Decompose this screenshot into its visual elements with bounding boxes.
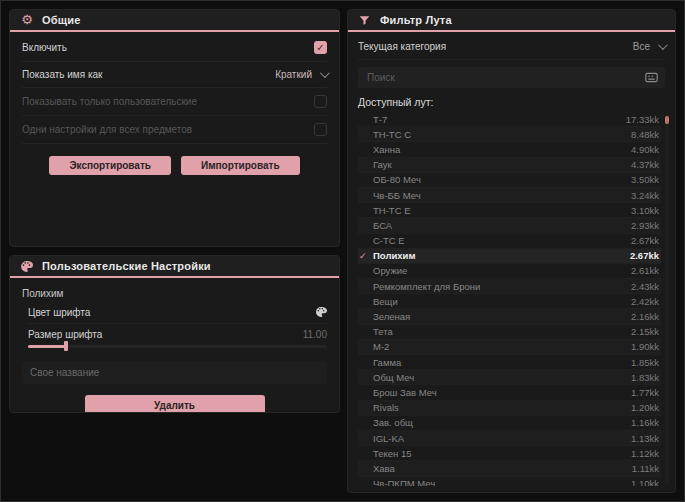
loot-row[interactable]: ✓ Брош Зав Меч 1.77kk <box>358 385 661 400</box>
loot-item-name: Вещи <box>371 296 631 307</box>
category-dropdown[interactable]: Все <box>633 41 665 52</box>
loot-row[interactable]: ✓ БСА 2.93kk <box>358 218 661 233</box>
loot-item-value: 1.10kk <box>631 478 661 486</box>
loot-item-value: 3.24kk <box>631 190 661 201</box>
loot-item-name: С-ТС Е <box>371 235 631 246</box>
search-options-icon[interactable] <box>645 72 658 83</box>
slider-thumb[interactable] <box>64 341 68 351</box>
chevron-down-icon <box>658 40 668 50</box>
enable-checkbox[interactable]: ✓ <box>314 41 327 54</box>
loot-row[interactable]: ✓ Ремкомплект для Брони 2.43kk <box>358 279 661 294</box>
loot-item-value: 2.43kk <box>631 281 661 292</box>
export-button[interactable]: Экспортировать <box>49 156 171 175</box>
loot-row[interactable]: ✓ Полихим 2.67kk <box>358 249 661 264</box>
loot-item-name: Зеленая <box>371 311 631 322</box>
search-input[interactable] <box>365 71 645 84</box>
loot-row[interactable]: ✓ Оружие 2.61kk <box>358 264 661 279</box>
loot-row[interactable]: ✓ Зав. общ 1.16kk <box>358 416 661 431</box>
loot-item-value: 1.90kk <box>631 341 661 352</box>
same-settings-checkbox[interactable] <box>314 123 327 136</box>
loot-item-name: М-2 <box>371 341 631 352</box>
only-custom-checkbox[interactable] <box>314 95 327 108</box>
custom-settings-panel: Пользовательские Настройки Полихим Цвет … <box>9 255 340 413</box>
import-button[interactable]: Импортировать <box>181 156 300 175</box>
font-color-row: Цвет шрифта <box>28 301 327 324</box>
loot-item-name: ТН-ТС С <box>371 129 631 140</box>
right-column: Фильтр Лута Текущая категория Все <box>347 9 676 493</box>
loot-row[interactable]: ✓ Ханна 4.90kk <box>358 142 661 157</box>
show-name-dropdown[interactable]: Краткий <box>275 69 327 80</box>
loot-item-name: Общ Меч <box>371 372 631 383</box>
loot-item-name: Гаук <box>371 159 631 170</box>
loot-item-value: 2.16kk <box>631 311 661 322</box>
loot-item-name: ТН-ТС Е <box>371 205 631 216</box>
slider-track <box>28 345 327 348</box>
loot-row[interactable]: ✓ ТН-ТС С 8.48kk <box>358 127 661 142</box>
only-custom-label: Показывать только пользовательские <box>22 96 197 107</box>
export-import-buttons: Экспортировать Импортировать <box>22 156 327 175</box>
loot-item-name: Текен 15 <box>371 448 631 459</box>
loot-row[interactable]: ✓ Зеленая 2.16kk <box>358 309 661 324</box>
custom-name-input[interactable] <box>22 361 327 384</box>
loot-row[interactable]: ✓ Общ Меч 1.83kk <box>358 370 661 385</box>
loot-item-value: 1.85kk <box>631 357 661 368</box>
font-size-label: Размер шрифта <box>28 329 102 340</box>
delete-button-wrap: Удалить <box>22 395 327 413</box>
loot-item-name: ОБ-80 Меч <box>371 174 631 185</box>
loot-item-value: 4.37kk <box>631 159 661 170</box>
loot-row[interactable]: ✓ ОБ-80 Меч 3.50kk <box>358 173 661 188</box>
color-picker-icon[interactable] <box>315 306 327 318</box>
loot-item-name: Ремкомплект для Брони <box>371 281 631 292</box>
loot-item-name: Rivals <box>371 402 631 413</box>
loot-item-value: 1.11kk <box>632 463 661 474</box>
loot-item-name: Гамма <box>371 357 631 368</box>
same-settings-row: Одни настройки для всех предметов <box>22 116 327 144</box>
loot-row[interactable]: ✓ IGL-KA 1.13kk <box>358 431 661 446</box>
loot-row[interactable]: ✓ Rivals 1.20kk <box>358 401 661 416</box>
loot-item-value: 8.48kk <box>631 129 661 140</box>
mod-config-screen: ⚙ Общие Включить ✓ Показать имя как Крат… <box>0 0 685 502</box>
available-loot-title: Доступный лут: <box>358 90 665 112</box>
loot-filter-title: Фильтр Лута <box>380 14 452 26</box>
loot-row[interactable]: ✓ ТН-ТС Е 3.10kk <box>358 203 661 218</box>
enable-row: Включить ✓ <box>22 34 327 62</box>
left-column: ⚙ Общие Включить ✓ Показать имя как Крат… <box>9 9 340 493</box>
general-panel-header: ⚙ Общие <box>10 10 339 32</box>
custom-settings-rows: Цвет шрифта Размер шрифта 11.00 <box>22 301 327 355</box>
loot-row[interactable]: ✓ Чв-ББ Меч 3.24kk <box>358 188 661 203</box>
loot-row[interactable]: ✓ Тета 2.15kk <box>358 325 661 340</box>
loot-item-name: Полихим <box>371 250 630 261</box>
loot-filter-header: Фильтр Лута <box>348 10 675 32</box>
delete-button[interactable]: Удалить <box>85 395 265 413</box>
loot-row[interactable]: ✓ Вещи 2.42kk <box>358 294 661 309</box>
loot-item-value: 3.10kk <box>631 205 661 216</box>
show-name-label: Показать имя как <box>22 69 102 80</box>
loot-item-value: 2.61kk <box>631 265 661 276</box>
loot-row[interactable]: ✓ Т-7 17.33kk <box>358 112 661 127</box>
loot-row[interactable]: ✓ Хава 1.11kk <box>358 461 661 476</box>
loot-item-value: 4.90kk <box>631 144 661 155</box>
loot-row[interactable]: ✓ Гаук 4.37kk <box>358 158 661 173</box>
loot-item-value: 2.15kk <box>631 326 661 337</box>
loot-item-name: Чв-ББ Меч <box>371 190 631 201</box>
same-settings-label: Одни настройки для всех предметов <box>22 124 192 135</box>
loot-item-value: 1.77kk <box>631 387 661 398</box>
loot-row[interactable]: ✓ М-2 1.90kk <box>358 340 661 355</box>
category-label: Текущая категория <box>358 41 446 52</box>
loot-item-name: Чв-ПКПМ Меч <box>371 478 631 486</box>
scrollbar-thumb[interactable] <box>665 116 669 124</box>
loot-item-value: 2.67kk <box>631 235 661 246</box>
loot-item-name: Оружие <box>371 265 631 276</box>
loot-item-name: Зав. общ <box>371 417 631 428</box>
selected-item-name: Полихим <box>22 280 327 301</box>
loot-scrollbar[interactable] <box>665 114 669 484</box>
loot-row[interactable]: ✓ С-ТС Е 2.67kk <box>358 234 661 249</box>
search-box <box>358 67 665 88</box>
palette-icon <box>20 260 34 273</box>
loot-row[interactable]: ✓ Чв-ПКПМ Меч 1.10kk <box>358 477 661 487</box>
loot-row[interactable]: ✓ Гамма 1.85kk <box>358 355 661 370</box>
loot-row[interactable]: ✓ Текен 15 1.12kk <box>358 446 661 461</box>
loot-item-value: 1.20kk <box>631 402 661 413</box>
font-color-label: Цвет шрифта <box>28 307 90 318</box>
font-size-slider[interactable] <box>28 341 327 351</box>
